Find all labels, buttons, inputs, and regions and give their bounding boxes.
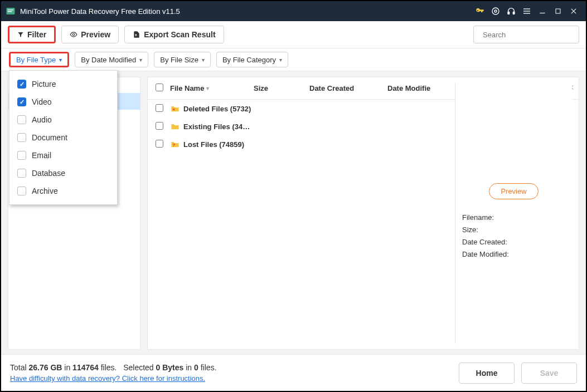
col-size[interactable]: Size xyxy=(254,84,309,92)
filter-file-category[interactable]: By File Category▾ xyxy=(216,52,288,67)
checkbox-icon[interactable] xyxy=(17,151,26,160)
filter-file-type-label: By File Type xyxy=(16,56,56,64)
preview-panel: Preview Filename: Size: Date Created: Da… xyxy=(455,83,572,344)
row-checkbox[interactable] xyxy=(156,140,163,148)
filter-button[interactable]: Filter xyxy=(8,26,56,43)
lost-folder-icon: ? xyxy=(170,140,180,149)
export-label: Export Scan Result xyxy=(144,30,215,39)
svg-rect-5 xyxy=(508,12,510,14)
main-toolbar: Filter Preview Export Scan Result xyxy=(1,21,586,48)
svg-rect-2 xyxy=(8,11,12,12)
svg-rect-9 xyxy=(523,13,530,13)
svg-point-14 xyxy=(72,33,75,36)
col-date-created[interactable]: Date Created xyxy=(309,84,387,92)
menu-icon[interactable] xyxy=(519,3,535,19)
checkbox-icon[interactable] xyxy=(17,133,26,142)
existing-folder-icon xyxy=(170,122,180,131)
file-type-dropdown[interactable]: Picture Video Audio Document Email Datab… xyxy=(9,70,118,205)
filter-date-modified-label: By Date Modified xyxy=(81,56,136,64)
export-button[interactable]: Export Scan Result xyxy=(124,26,224,43)
preview-button[interactable]: Preview xyxy=(61,26,119,43)
funnel-icon xyxy=(17,31,24,38)
sort-arrow-icon: ▾ xyxy=(206,85,209,91)
meta-size: Size: xyxy=(462,224,565,236)
app-title: MiniTool Power Data Recovery Free Editio… xyxy=(20,7,180,16)
maximize-icon[interactable] xyxy=(550,3,566,19)
file-list-panel: × File Name ▾ Size Date Created Date Mod… xyxy=(147,77,579,350)
preview-label: Preview xyxy=(81,30,110,39)
dropdown-label: Database xyxy=(32,169,65,178)
dropdown-label: Picture xyxy=(32,80,56,89)
meta-date-created: Date Created: xyxy=(462,236,565,248)
col-filename[interactable]: File Name xyxy=(170,84,204,92)
dropdown-label: Email xyxy=(32,151,51,160)
dropdown-label: Audio xyxy=(32,115,52,124)
filter-bar: By File Type▾ By Date Modified▾ By File … xyxy=(1,48,586,71)
dropdown-item-document[interactable]: Document xyxy=(9,129,117,146)
disc-icon[interactable] xyxy=(488,3,503,19)
filter-file-size[interactable]: By File Size▾ xyxy=(154,52,211,67)
svg-rect-8 xyxy=(523,11,530,11)
chevron-down-icon: ▾ xyxy=(59,57,62,63)
minimize-icon[interactable] xyxy=(535,3,550,19)
dropdown-label: Video xyxy=(32,97,52,106)
svg-rect-6 xyxy=(513,12,515,14)
upgrade-key-icon[interactable] xyxy=(472,3,488,19)
export-icon xyxy=(133,31,140,38)
checkbox-icon[interactable] xyxy=(17,169,26,178)
filter-file-type[interactable]: By File Type▾ xyxy=(9,52,69,67)
home-button[interactable]: Home xyxy=(459,362,515,384)
svg-rect-1 xyxy=(8,9,14,11)
row-checkbox[interactable] xyxy=(156,104,163,112)
chevron-down-icon: ▾ xyxy=(139,57,142,63)
svg-text:?: ? xyxy=(172,143,175,148)
filter-date-modified[interactable]: By Date Modified▾ xyxy=(75,52,148,67)
dropdown-item-archive[interactable]: Archive xyxy=(9,182,117,200)
chevron-down-icon: ▾ xyxy=(202,57,205,63)
checkbox-icon[interactable] xyxy=(17,97,26,106)
preview-file-button[interactable]: Preview xyxy=(489,183,538,199)
eye-icon xyxy=(70,31,77,38)
help-link[interactable]: Have difficulty with data recovery? Clic… xyxy=(10,374,217,383)
checkbox-icon[interactable] xyxy=(17,80,26,89)
titlebar: MiniTool Power Data Recovery Free Editio… xyxy=(1,1,586,21)
dropdown-label: Document xyxy=(32,133,67,142)
svg-rect-11 xyxy=(556,9,560,13)
deleted-folder-icon: × xyxy=(170,104,180,113)
meta-filename: Filename: xyxy=(462,212,565,224)
footer-summary: Total 26.76 GB in 114764 files. Selected… xyxy=(10,363,217,372)
svg-rect-7 xyxy=(523,8,530,9)
checkbox-icon[interactable] xyxy=(17,187,26,195)
checkbox-icon[interactable] xyxy=(17,115,26,124)
status-footer: Total 26.76 GB in 114764 files. Selected… xyxy=(1,354,586,391)
dropdown-item-database[interactable]: Database xyxy=(9,164,117,182)
search-input[interactable] xyxy=(483,31,576,39)
save-button[interactable]: Save xyxy=(521,362,577,384)
dropdown-item-video[interactable]: Video xyxy=(9,93,117,111)
filter-file-size-label: By File Size xyxy=(160,56,198,64)
dropdown-item-picture[interactable]: Picture xyxy=(9,75,117,93)
dropdown-item-email[interactable]: Email xyxy=(9,146,117,164)
svg-point-3 xyxy=(492,8,499,14)
select-all-checkbox[interactable] xyxy=(156,84,163,91)
filter-file-category-label: By File Category xyxy=(222,56,276,64)
search-box[interactable] xyxy=(473,26,579,43)
meta-date-modified: Date Modified: xyxy=(462,248,565,261)
close-icon[interactable] xyxy=(566,3,581,19)
dropdown-label: Archive xyxy=(32,187,58,195)
app-icon xyxy=(6,6,16,16)
headphones-icon[interactable] xyxy=(503,3,519,19)
filter-label: Filter xyxy=(27,30,46,39)
svg-point-4 xyxy=(494,10,497,12)
row-checkbox[interactable] xyxy=(156,122,163,130)
dropdown-item-audio[interactable]: Audio xyxy=(9,111,117,129)
svg-text:×: × xyxy=(172,107,175,112)
chevron-down-icon: ▾ xyxy=(279,57,282,63)
